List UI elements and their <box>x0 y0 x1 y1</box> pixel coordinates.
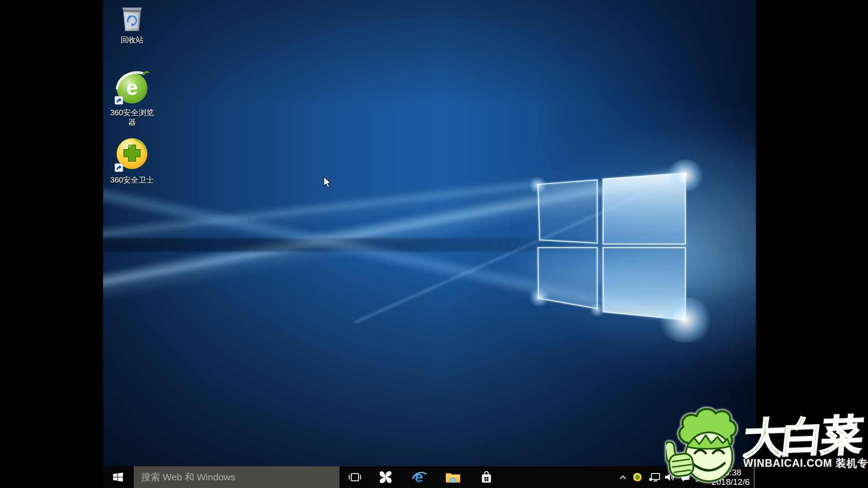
desktop-icon-recycle-bin[interactable]: 回收站 <box>103 5 161 45</box>
glow-spark <box>665 160 706 191</box>
svg-text:e: e <box>126 76 138 99</box>
file-explorer-button[interactable] <box>440 466 466 488</box>
wallpaper <box>103 0 756 488</box>
screen: { "desktop": { "icons": { "recycle_bin":… <box>0 0 868 488</box>
show-desktop-button[interactable] <box>754 466 755 488</box>
glow-spark <box>528 177 548 193</box>
icon-label: 360安全浏览 器 <box>110 108 154 127</box>
360-guard-icon <box>114 136 150 173</box>
tagline-text: 装机专家 <box>835 457 868 469</box>
mouse-cursor-icon <box>323 176 332 191</box>
taskbar: e <box>103 466 756 488</box>
glow-spark <box>656 297 715 343</box>
desktop-icon-360-guard[interactable]: 360安全卫士 <box>103 136 161 185</box>
tray-show-hidden-button[interactable] <box>618 466 628 488</box>
speaker-icon <box>664 472 676 482</box>
network-tray-button[interactable] <box>648 466 662 488</box>
action-center-icon <box>680 472 691 482</box>
volume-tray-button[interactable] <box>664 466 676 488</box>
icon-label: 360安全卫士 <box>110 175 154 185</box>
svg-text:e: e <box>415 469 423 485</box>
store-bag-icon <box>479 469 494 485</box>
windows-logo-wallpaper <box>533 171 689 322</box>
brand-text: 大白菜 <box>741 407 863 467</box>
tray-360-guard-button[interactable] <box>631 466 644 488</box>
network-icon <box>649 472 661 482</box>
start-button[interactable] <box>103 466 133 488</box>
language-indicator[interactable]: 英 <box>693 466 706 488</box>
action-center-button[interactable] <box>679 466 692 488</box>
pinwheel-browser-icon <box>378 470 393 484</box>
desktop-icon-360-browser[interactable]: e 360安全浏览 器 <box>103 69 161 127</box>
chevron-up-icon <box>619 474 627 480</box>
clock-date: 2018/12/6 <box>707 477 754 487</box>
360-browser-icon: e <box>114 69 150 105</box>
tray-clock[interactable]: 16:38 2018/12/6 <box>707 466 754 488</box>
windows-flag-icon <box>112 471 124 483</box>
internet-explorer-button[interactable]: e <box>407 466 432 488</box>
recycle-bin-icon <box>119 5 145 33</box>
search-box <box>134 466 340 488</box>
shortcut-badge-icon <box>115 96 123 104</box>
internet-explorer-icon: e <box>411 469 428 485</box>
icon-label: 回收站 <box>121 35 144 45</box>
glow-spark <box>589 303 605 317</box>
site-text: WINBAICAI.COM 装机专家 <box>743 456 868 470</box>
360-browser-taskbar-button[interactable] <box>373 466 398 488</box>
task-view-button[interactable] <box>342 466 368 488</box>
clock-time: 16:38 <box>707 468 754 477</box>
desktop: 回收站 e 360安全浏览 器 <box>103 0 756 488</box>
task-view-icon <box>348 471 362 483</box>
folder-icon <box>445 470 461 484</box>
windows-store-button[interactable] <box>474 466 499 488</box>
search-input[interactable] <box>134 466 340 488</box>
shortcut-badge-icon <box>115 164 123 172</box>
360-guard-tray-icon <box>632 472 642 482</box>
glow-spark <box>528 288 551 306</box>
